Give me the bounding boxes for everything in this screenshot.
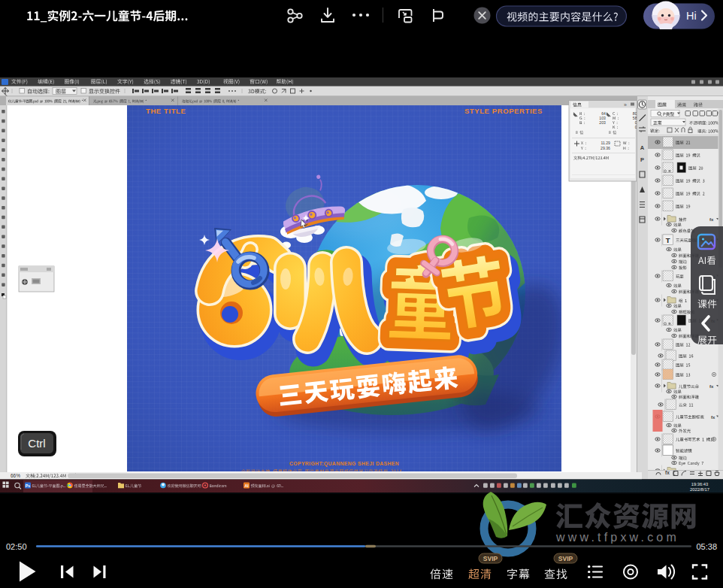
svg-text:THE TITLE: THE TITLE xyxy=(146,107,186,115)
svg-text:02:50: 02:50 xyxy=(6,542,27,551)
svg-text:SVIP: SVIP xyxy=(558,555,573,562)
svg-text:fx: fx xyxy=(711,415,715,420)
svg-text:T: T xyxy=(666,236,670,244)
svg-text:2022/8/17: 2022/8/17 xyxy=(690,487,709,492)
svg-text:05:38: 05:38 xyxy=(696,542,717,551)
svg-text:fx: fx xyxy=(709,217,714,222)
svg-text:11.29: 11.29 xyxy=(600,141,610,145)
svg-text:Hi: Hi xyxy=(686,10,697,22)
svg-text:A: A xyxy=(640,144,645,151)
svg-text:AI: AI xyxy=(244,483,249,488)
svg-text:66%: 66% xyxy=(11,473,20,478)
svg-text:203: 203 xyxy=(599,120,606,125)
svg-text:STYLE PROPERTIES: STYLE PROPERTIES xyxy=(464,107,543,115)
svg-text:Ctrl: Ctrl xyxy=(28,437,45,450)
svg-text:Ps: Ps xyxy=(26,483,30,488)
svg-text:P: P xyxy=(640,156,644,163)
svg-text:COPYRIGHT:QUANNENG SHEJI DASHE: COPYRIGHT:QUANNENG SHEJI DASHEN xyxy=(289,461,399,467)
svg-text:29.36: 29.36 xyxy=(600,146,610,150)
svg-text:www.tfpxw.com: www.tfpxw.com xyxy=(555,531,679,544)
svg-text:»: » xyxy=(624,102,627,108)
svg-text:fx: fx xyxy=(665,470,670,475)
svg-text:fx: fx xyxy=(709,384,714,389)
svg-text:19:36:43: 19:36:43 xyxy=(691,482,709,486)
svg-text:SVIP: SVIP xyxy=(483,555,498,562)
